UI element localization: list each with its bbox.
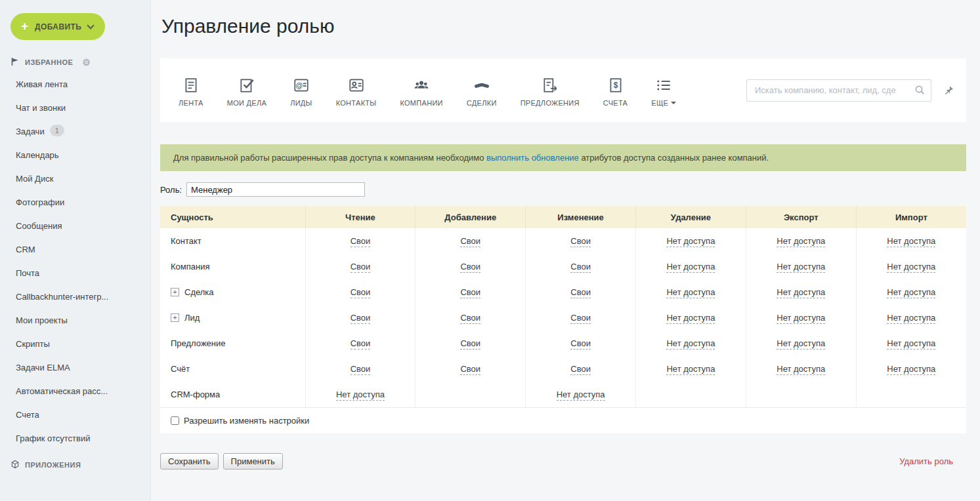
sidebar-item-label: Чат и звонки <box>16 103 66 113</box>
favorites-section-header: ИЗБРАННОЕ ⚙ <box>11 57 140 68</box>
sidebar-item-5[interactable]: Фотографии <box>0 191 150 214</box>
feed-icon <box>182 74 200 94</box>
sidebar-item-8[interactable]: Почта <box>0 262 150 285</box>
top-nav-item-companies[interactable]: КОМПАНИИ <box>400 74 442 107</box>
permission-dropdown[interactable]: Свои <box>460 236 480 247</box>
sidebar-item-14[interactable]: Счета <box>0 403 150 427</box>
top-nav-item-feed[interactable]: ЛЕНТА <box>179 74 203 107</box>
permission-dropdown[interactable]: Свои <box>351 364 371 375</box>
permission-dropdown[interactable]: Нет доступа <box>557 390 605 401</box>
delete-role-link[interactable]: Удалить роль <box>899 456 953 466</box>
permission-dropdown[interactable]: Свои <box>570 287 591 298</box>
sidebar-item-2[interactable]: Задачи1 <box>0 120 150 144</box>
contacts-icon <box>347 74 366 94</box>
permission-dropdown[interactable]: Свои <box>460 338 480 350</box>
permission-dropdown[interactable]: Нет доступа <box>887 236 935 247</box>
permission-dropdown[interactable]: Свои <box>351 236 371 247</box>
permission-dropdown[interactable]: Свои <box>351 338 371 350</box>
permission-dropdown[interactable]: Свои <box>460 287 480 298</box>
sidebar-item-label: Живая лента <box>16 79 68 89</box>
flag-icon <box>11 57 20 68</box>
sidebar-item-15[interactable]: График отсутствий <box>0 427 150 451</box>
top-nav-label: ЛИДЫ <box>290 99 312 107</box>
entity-name: Предложение <box>171 338 226 348</box>
top-nav-item-quotes[interactable]: ПРЕДЛОЖЕНИЯ <box>521 74 580 107</box>
permission-dropdown[interactable]: Свои <box>570 262 591 273</box>
permission-dropdown[interactable]: Нет доступа <box>887 338 935 350</box>
top-nav-item-invoices[interactable]: $ СЧЕТА <box>603 74 628 107</box>
top-nav-item-leads[interactable]: @ ЛИДЫ <box>290 74 312 107</box>
quotes-icon <box>541 74 559 94</box>
add-button[interactable]: + ДОБАВИТЬ <box>11 13 105 40</box>
expand-row-icon[interactable]: + <box>171 288 179 296</box>
sidebar-item-11[interactable]: Скрипты <box>0 332 150 356</box>
sidebar-item-10[interactable]: Мои проекты <box>0 309 150 332</box>
entity-name: Контакт <box>171 236 202 246</box>
permission-dropdown[interactable]: Свои <box>351 313 371 324</box>
permission-dropdown[interactable]: Нет доступа <box>887 364 935 375</box>
permission-dropdown[interactable]: Свои <box>460 364 480 375</box>
svg-text:@: @ <box>295 81 303 89</box>
favorites-header-label: ИЗБРАННОЕ <box>25 58 73 66</box>
expand-row-icon[interactable]: + <box>171 313 179 322</box>
sidebar-item-3[interactable]: Календарь <box>0 144 150 167</box>
permission-dropdown[interactable]: Нет доступа <box>666 262 715 273</box>
top-nav-label: ЕЩЕ <box>651 99 676 107</box>
permission-dropdown[interactable]: Свои <box>460 262 480 273</box>
permission-dropdown[interactable]: Нет доступа <box>887 287 935 298</box>
sidebar-item-6[interactable]: Сообщения <box>0 214 150 238</box>
permission-dropdown[interactable]: Нет доступа <box>777 338 825 350</box>
permission-dropdown[interactable]: Нет доступа <box>887 262 935 273</box>
sidebar-item-label: Сообщения <box>16 221 62 231</box>
permission-dropdown[interactable]: Свои <box>351 287 371 298</box>
apply-button[interactable]: Применить <box>223 453 283 470</box>
role-label: Роль: <box>160 185 182 195</box>
sidebar-item-9[interactable]: Callbackhunter-интегр... <box>0 285 150 309</box>
permission-dropdown[interactable]: Нет доступа <box>336 390 385 401</box>
apps-section-header[interactable]: ПРИЛОЖЕНИЯ <box>11 460 140 470</box>
permission-dropdown[interactable]: Нет доступа <box>777 287 825 298</box>
permission-dropdown[interactable]: Нет доступа <box>777 236 825 247</box>
sidebar-item-12[interactable]: Задачи ELMA <box>0 356 150 380</box>
search-input[interactable] <box>754 85 914 96</box>
pin-icon[interactable] <box>943 85 954 96</box>
svg-text:$: $ <box>613 81 618 90</box>
sidebar-item-13[interactable]: Автоматическая расс... <box>0 380 150 403</box>
permission-dropdown[interactable]: Нет доступа <box>666 236 715 247</box>
permission-dropdown[interactable]: Нет доступа <box>666 287 715 298</box>
permission-dropdown[interactable]: Нет доступа <box>777 313 825 324</box>
permission-dropdown[interactable]: Свои <box>460 313 480 324</box>
sidebar-item-1[interactable]: Чат и звонки <box>0 96 150 120</box>
sidebar-item-7[interactable]: CRM <box>0 238 150 262</box>
permission-dropdown[interactable]: Свои <box>570 313 591 324</box>
permission-dropdown[interactable]: Свои <box>351 262 371 273</box>
search-icon[interactable] <box>914 85 926 96</box>
column-header: Изменение <box>526 206 636 228</box>
save-button[interactable]: Сохранить <box>160 453 219 470</box>
sidebar-item-4[interactable]: Мой Диск <box>0 167 150 191</box>
permission-dropdown[interactable]: Нет доступа <box>777 262 825 273</box>
search-box <box>746 79 931 102</box>
permission-dropdown[interactable]: Нет доступа <box>666 313 715 324</box>
sidebar-item-label: Мой Диск <box>16 174 53 184</box>
apps-box-icon <box>11 460 20 470</box>
allow-change-settings-checkbox[interactable] <box>171 416 179 425</box>
permission-dropdown[interactable]: Свои <box>570 338 591 350</box>
top-nav-item-deals[interactable]: СДЕЛКИ <box>467 74 497 107</box>
permission-dropdown[interactable]: Свои <box>570 364 591 375</box>
permission-dropdown[interactable]: Нет доступа <box>887 313 935 324</box>
permission-dropdown[interactable]: Нет доступа <box>777 364 825 375</box>
table-row: CRM-формаНет доступаНет доступа <box>160 382 966 407</box>
main-content: Управление ролью ЛЕНТА МОИ ДЕЛА @ ЛИДЫ <box>151 0 980 501</box>
top-nav-item-contacts[interactable]: КОНТАКТЫ <box>336 74 377 107</box>
gear-icon[interactable]: ⚙ <box>82 57 91 68</box>
top-nav-item-more[interactable]: ЕЩЕ <box>651 74 676 107</box>
permission-dropdown[interactable]: Нет доступа <box>666 364 715 375</box>
top-nav-label: СДЕЛКИ <box>467 99 497 107</box>
sidebar-item-0[interactable]: Живая лента <box>0 73 150 96</box>
permission-dropdown[interactable]: Нет доступа <box>666 338 715 350</box>
permission-dropdown[interactable]: Свои <box>570 236 591 247</box>
update-link[interactable]: выполнить обновление <box>486 153 579 163</box>
role-name-input[interactable] <box>186 182 365 197</box>
top-nav-item-mytasks[interactable]: МОИ ДЕЛА <box>227 74 266 107</box>
